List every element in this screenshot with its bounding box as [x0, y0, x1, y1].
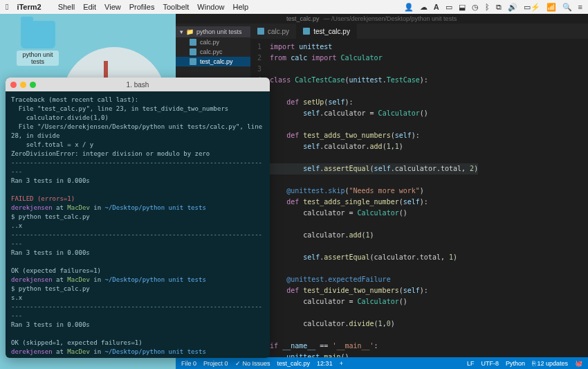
status-issues[interactable]: No Issues [243, 360, 270, 367]
file-icon [190, 58, 196, 65]
terminal-title: 1. bash [6, 81, 270, 89]
window-title-path: — /Users/derekjensen/Desktop/python unit… [324, 15, 457, 22]
status-language[interactable]: Python [506, 360, 525, 367]
bluetooth-icon[interactable]: ᛒ [485, 3, 490, 11]
explorer-file-label: calc.py [200, 39, 219, 46]
vscode-editor[interactable]: 1234567891011121314151617181920212223242… [250, 39, 588, 357]
menu-help[interactable]: Help [232, 3, 248, 11]
chevron-down-icon: ▾ [180, 28, 183, 35]
file-icon [190, 48, 196, 55]
macos-menubar:  iTerm2 ShellEditViewProfilesToolbeltWi… [0, 0, 588, 14]
vscode-statusbar: File 0 Project 0 ✓No Issues test_calc.py… [176, 357, 588, 369]
dropbox-icon[interactable]: ⬓ [459, 3, 466, 12]
explorer-file[interactable]: calc.pyc [176, 47, 250, 57]
menu-icon[interactable]: ≡ [578, 3, 582, 11]
status-file-count[interactable]: File 0 [181, 360, 196, 367]
apple-logo-icon[interactable]:  [6, 2, 8, 12]
folder-icon [21, 21, 55, 48]
window-title-file: test_calc.py [286, 15, 320, 22]
menu-profiles[interactable]: Profiles [129, 3, 155, 11]
explorer-file-label: test_calc.py [200, 58, 233, 65]
menubar-status-icons: 👤 ☁︎ A ▭ ⬓ ◷ ᛒ ⧉ 🔊 ▭⚡ 📶 🔍 ≡ [404, 3, 582, 12]
add-icon[interactable]: + [340, 360, 343, 367]
status-encoding[interactable]: UTF-8 [481, 360, 499, 367]
tab-label: test_calc.py [313, 28, 350, 35]
menu-shell[interactable]: Shell [58, 3, 75, 11]
menu-edit[interactable]: Edit [83, 3, 96, 11]
explorer-file[interactable]: calc.py [176, 37, 250, 47]
explorer-file-label: calc.pyc [200, 48, 223, 55]
status-filename[interactable]: test_calc.py [277, 360, 311, 367]
status-eol[interactable]: LF [467, 360, 475, 367]
search-icon[interactable]: 🔍 [562, 3, 572, 12]
wifi2-icon[interactable]: 📶 [546, 3, 556, 12]
desktop-folder[interactable]: python unit tests [17, 21, 59, 66]
status-updates[interactable]: ⎘ 12 updates [532, 360, 568, 367]
battery-icon[interactable]: ▭⚡ [524, 3, 540, 12]
user-icon[interactable]: 👤 [404, 3, 414, 12]
clock-icon[interactable]: ◷ [472, 3, 479, 12]
vscode-window-title: test_calc.py — /Users/derekjensen/Deskto… [176, 14, 588, 24]
octocat-icon[interactable]: 🐙 [575, 360, 582, 367]
editor-tab[interactable]: test_calc.py [296, 24, 357, 39]
file-icon [190, 39, 196, 46]
menu-toolbelt[interactable]: Toolbelt [163, 3, 189, 11]
status-position[interactable]: 12:31 [317, 360, 333, 367]
file-icon [303, 28, 310, 35]
cloud-icon[interactable]: ☁︎ [420, 3, 428, 12]
explorer-root-label: python unit tests [196, 28, 242, 35]
editor-tab[interactable]: calc.py [250, 24, 296, 39]
menu-view[interactable]: View [104, 3, 121, 11]
folder-icon: 📁 [186, 28, 194, 35]
status-project[interactable]: Project 0 [203, 360, 228, 367]
terminal-body[interactable]: Traceback (most recent call last): File … [6, 91, 270, 358]
explorer-file[interactable]: test_calc.py [176, 57, 250, 66]
volume-icon[interactable]: 🔊 [508, 3, 517, 12]
check-icon: ✓ [235, 360, 241, 367]
desktop-folder-label: python unit tests [17, 51, 59, 66]
terminal-window: 1. bash Traceback (most recent call last… [6, 78, 270, 358]
terminal-titlebar[interactable]: 1. bash [6, 78, 270, 91]
explorer-root[interactable]: ▾ 📁 python unit tests [176, 26, 250, 37]
file-icon [257, 28, 264, 35]
tab-label: calc.py [268, 28, 289, 35]
display-icon[interactable]: ▭ [445, 3, 452, 12]
menu-window[interactable]: Window [197, 3, 224, 11]
vscode-tabs: calc.pytest_calc.py [250, 24, 588, 39]
adobe-icon[interactable]: A [434, 3, 439, 11]
menubar-app-name[interactable]: iTerm2 [17, 3, 41, 11]
editor-code[interactable]: import unittestfrom calc import Calculat… [267, 39, 478, 357]
wifi-icon[interactable]: ⧉ [496, 3, 502, 12]
